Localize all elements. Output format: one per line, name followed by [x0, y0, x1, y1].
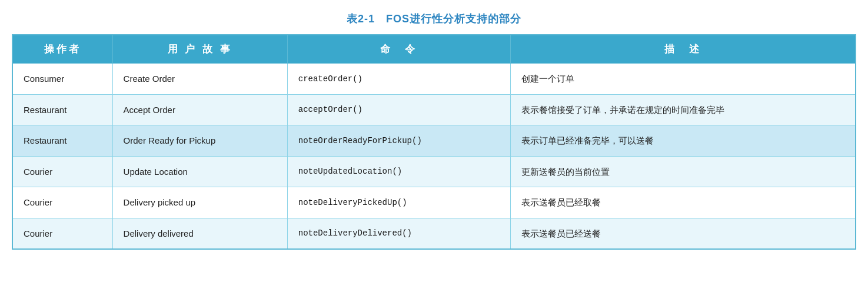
cell-command: createOrder() — [287, 64, 510, 95]
table-header-row: 操作者 用 户 故 事 命 令 描 述 — [12, 35, 856, 64]
header-command: 命 令 — [287, 35, 510, 64]
header-actor: 操作者 — [12, 35, 112, 64]
header-description: 描 述 — [510, 35, 856, 64]
cell-command: noteOrderReadyForPickup() — [287, 125, 510, 157]
table-row: CourierDelivery deliverednoteDeliveryDel… — [12, 218, 856, 249]
cell-story: Update Location — [112, 156, 287, 187]
cell-description: 创建一个订单 — [510, 64, 856, 95]
table-row: CourierUpdate LocationnoteUpdatedLocatio… — [12, 156, 856, 187]
cell-story: Delivery delivered — [112, 218, 287, 249]
cell-actor: Consumer — [12, 64, 112, 95]
main-table: 操作者 用 户 故 事 命 令 描 述 ConsumerCreate Order… — [12, 34, 856, 250]
cell-description: 表示送餐员已经送餐 — [510, 218, 856, 249]
cell-command: noteDeliveryPickedUp() — [287, 187, 510, 218]
cell-story: Order Ready for Pickup — [112, 125, 287, 157]
cell-description: 表示送餐员已经取餐 — [510, 187, 856, 218]
cell-story: Accept Order — [112, 94, 287, 125]
cell-command: noteUpdatedLocation() — [287, 156, 510, 187]
cell-description: 更新送餐员的当前位置 — [510, 156, 856, 187]
table-row: CourierDelivery picked upnoteDeliveryPic… — [12, 187, 856, 218]
cell-actor: Courier — [12, 218, 112, 249]
page-title: 表2-1 FOS进行性分析支持的部分 — [12, 12, 856, 26]
cell-story: Delivery picked up — [112, 187, 287, 218]
cell-story: Create Order — [112, 64, 287, 95]
cell-actor: Courier — [12, 187, 112, 218]
cell-actor: Restaurant — [12, 125, 112, 157]
table-row: RestaurantOrder Ready for PickupnoteOrde… — [12, 125, 856, 157]
header-story: 用 户 故 事 — [112, 35, 287, 64]
cell-actor: Courier — [12, 156, 112, 187]
table-row: RestaurantAccept OrderacceptOrder()表示餐馆接… — [12, 94, 856, 125]
table-row: ConsumerCreate OrdercreateOrder()创建一个订单 — [12, 64, 856, 95]
cell-command: noteDeliveryDelivered() — [287, 218, 510, 249]
cell-actor: Restaurant — [12, 94, 112, 125]
cell-description: 表示订单已经准备完毕，可以送餐 — [510, 125, 856, 157]
cell-command: acceptOrder() — [287, 94, 510, 125]
cell-description: 表示餐馆接受了订单，并承诺在规定的时间准备完毕 — [510, 94, 856, 125]
